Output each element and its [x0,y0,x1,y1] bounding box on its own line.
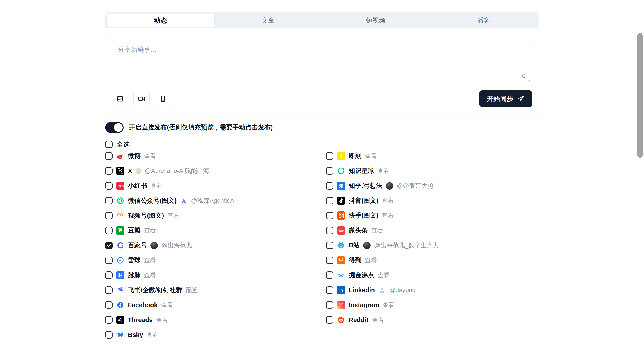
add-video-button[interactable] [134,91,150,107]
feishu-icon [116,286,124,294]
view-link-xueqiu[interactable]: 查看 [144,256,156,264]
platform-name: 快手(图文) [349,211,378,220]
platform-name: Threads [128,316,153,324]
checkbox-maimai[interactable] [105,272,112,279]
platform-name: 知乎.写想法 [349,182,382,190]
checkbox-zsxq[interactable] [326,167,334,174]
view-link-zsxq[interactable]: 查看 [378,167,390,175]
start-sync-button[interactable]: 开始同步 [480,90,532,107]
view-link-threads[interactable]: 查看 [156,316,168,324]
checkbox-zhihu[interactable] [326,182,334,190]
platform-row-xueqiu: 雪球查看 [105,253,326,268]
platform-name: Instagram [349,302,379,309]
view-link-facebook[interactable]: 查看 [161,301,173,309]
checkbox-threads[interactable] [105,316,112,324]
zhihu-icon: 知 [337,182,345,190]
checkbox-xiaohongshu[interactable] [105,182,112,190]
douyin-icon [337,196,345,205]
post-content-textarea[interactable] [112,40,532,83]
checkbox-shipinhao[interactable] [105,212,112,219]
svg-text:@: @ [118,317,123,322]
tab-short-video[interactable]: 短视频 [322,14,430,27]
platform-row-maimai: 脉脉脉查看 [105,268,326,283]
account-avatar-x [136,168,141,174]
scrollbar-thumb[interactable] [638,33,643,158]
checkbox-douban[interactable] [105,227,112,234]
checkbox-x[interactable] [105,167,112,174]
baijiahao-icon [116,241,124,250]
config-link-feishu[interactable]: 配置 [186,286,198,294]
checkbox-douyin[interactable] [326,197,334,204]
view-link-xiaohongshu[interactable]: 查看 [150,182,162,190]
instagram-icon [337,301,345,309]
tab-articles[interactable]: 文章 [214,14,322,27]
view-link-instagram[interactable]: 查看 [383,301,394,309]
tab-moments[interactable]: 动态 [107,14,214,27]
account-avatar-zhihu [386,182,393,190]
platform-name: B站 [349,241,360,250]
platform-row-instagram: Instagram查看 [326,298,539,312]
checkbox-baijiahao[interactable] [105,242,112,249]
platform-name: Linkedin [349,286,375,294]
view-link-juejin[interactable]: 查看 [378,271,390,279]
checkbox-wechat-mp[interactable] [105,197,112,204]
add-image-button[interactable] [112,91,128,107]
platform-row-juejin: 掘金沸点查看 [326,268,539,283]
view-link-reddit[interactable]: 查看 [372,316,384,324]
checkbox-bsky[interactable] [105,331,112,338]
view-link-dedao[interactable]: 查看 [365,256,377,264]
x-icon [116,167,124,175]
checkbox-weitoutiao[interactable] [326,227,334,234]
platform-row-xiaohongshu: 小红书小红书查看 [105,178,326,193]
select-all-checkbox[interactable] [105,141,112,148]
checkbox-juejin[interactable] [326,272,334,279]
checkbox-linkedin[interactable] [326,286,334,294]
checkbox-kuaishou[interactable] [326,212,334,219]
zsxq-icon [337,167,345,175]
account-avatar-linkedin [378,286,386,294]
platform-row-weitoutiao: 头条微头条查看 [326,223,539,238]
checkbox-feishu[interactable] [105,286,112,294]
view-link-kuaishou[interactable]: 查看 [382,212,394,220]
platform-row-feishu: 飞书/企微/钉钉社群配置 [105,283,326,298]
svg-text:头条: 头条 [338,229,344,232]
add-device-button[interactable] [155,91,171,107]
checkbox-instagram[interactable] [326,301,334,309]
svg-text:脉: 脉 [118,273,123,278]
checkbox-weibo[interactable] [105,152,112,160]
direct-publish-toggle[interactable] [105,122,124,133]
facebook-icon [116,301,124,309]
wechat-mp-icon [116,196,124,205]
view-link-weibo[interactable]: 查看 [144,152,156,160]
view-link-bsky[interactable]: 查看 [146,331,158,339]
xueqiu-icon [116,256,124,264]
reddit-icon [337,316,345,324]
view-link-weitoutiao[interactable]: 查看 [371,226,383,234]
select-all-label: 全选 [116,140,130,149]
view-link-douyin[interactable]: 查看 [382,197,394,205]
jike-icon [337,152,345,160]
weitoutiao-icon: 头条 [337,226,345,235]
platform-grid: 微博查看X@Aureliano-AI赋能出海小红书小红书查看微信公众号(图文)@… [105,148,539,342]
smartphone-icon [159,95,167,103]
video-icon [138,95,146,103]
account-avatar-bilibili [363,242,371,249]
platform-name: Bsky [128,331,143,338]
douban-icon: 豆 [116,226,124,235]
composer-card: 0 [105,34,539,115]
platform-row-douyin: 抖音(图文)查看 [326,193,539,208]
checkbox-jike[interactable] [326,152,334,160]
select-all-row: 全选 [105,141,539,148]
tab-podcast[interactable]: 播客 [430,14,538,27]
view-link-douban[interactable]: 查看 [144,226,156,234]
resize-handle-icon[interactable] [526,78,530,82]
checkbox-xueqiu[interactable] [105,256,112,264]
view-link-shipinhao[interactable]: 查看 [167,212,179,220]
checkbox-dedao[interactable] [326,256,334,264]
checkbox-bilibili[interactable] [326,242,334,249]
view-link-jike[interactable]: 查看 [365,152,377,160]
checkbox-facebook[interactable] [105,301,112,309]
view-link-maimai[interactable]: 查看 [144,271,156,279]
platform-row-linkedin: inLinkedin@dayong [326,283,539,298]
checkbox-reddit[interactable] [326,316,334,324]
